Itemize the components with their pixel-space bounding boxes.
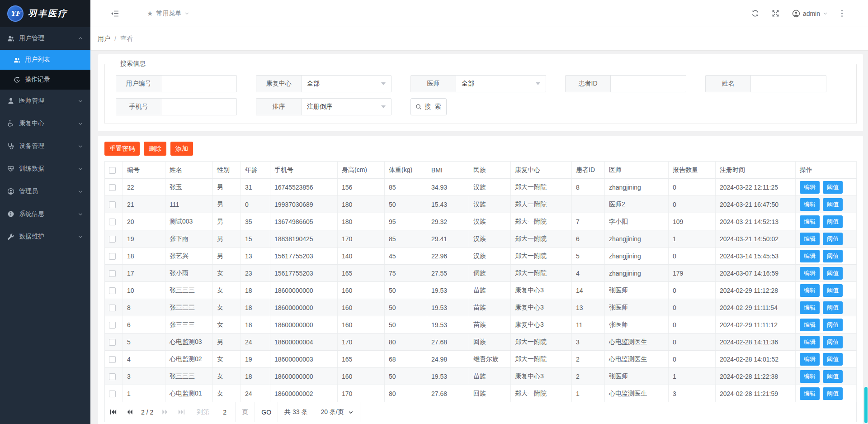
edit-button[interactable]: 编辑 [800, 181, 820, 194]
threshold-button[interactable]: 阈值 [823, 198, 843, 211]
edit-button[interactable]: 编辑 [800, 198, 820, 211]
cell-phone: 18600000003 [270, 351, 338, 368]
threshold-button[interactable]: 阈值 [823, 215, 843, 228]
row-checkbox[interactable] [109, 270, 116, 277]
threshold-button[interactable]: 阈值 [823, 284, 843, 297]
cell-doctor: zhangjining [605, 230, 669, 248]
page-size-select[interactable]: 20 条/页 [314, 402, 360, 422]
row-checkbox[interactable] [109, 305, 116, 311]
row-checkbox[interactable] [109, 391, 116, 397]
cell-report-count: 0 [669, 316, 716, 333]
fullscreen-icon[interactable] [772, 10, 779, 17]
edit-button[interactable]: 编辑 [800, 233, 820, 245]
edit-button[interactable]: 编辑 [800, 319, 820, 331]
threshold-button[interactable]: 阈值 [823, 301, 843, 314]
breadcrumb-section[interactable]: 用户 [98, 35, 110, 43]
go-button[interactable]: GO [255, 402, 278, 422]
select-arrow-icon [381, 105, 386, 108]
row-checkbox[interactable] [109, 287, 116, 294]
edit-button[interactable]: 编辑 [800, 215, 820, 228]
sidebar-item-user-list[interactable]: 用户列表 [0, 50, 90, 70]
row-checkbox[interactable] [109, 184, 116, 191]
row-checkbox[interactable] [109, 253, 116, 260]
refresh-icon[interactable] [751, 10, 759, 17]
sidebar-item-system-info[interactable]: 系统信息 [0, 203, 90, 225]
threshold-button[interactable]: 阈值 [823, 250, 843, 262]
sidebar-item-doctor-management[interactable]: 医师管理 [0, 90, 90, 112]
reset-password-button[interactable]: 重置密码 [104, 142, 140, 156]
threshold-button[interactable]: 阈值 [823, 319, 843, 331]
threshold-button[interactable]: 阈值 [823, 267, 843, 280]
sidebar-item-label: 训练数据 [19, 165, 44, 173]
search-button[interactable]: 搜 索 [410, 98, 447, 115]
cell-weight: 95 [385, 213, 427, 230]
edit-button[interactable]: 编辑 [800, 353, 820, 366]
row-checkbox[interactable] [109, 339, 116, 346]
cell-register-time: 2024-02-28 14:01:52 [716, 351, 796, 368]
threshold-button[interactable]: 阈值 [823, 387, 843, 400]
pagination: 2 / 2 到第 页 GO 共 33 条 20 条/页 [104, 402, 857, 422]
sidebar-item-label: 用户列表 [25, 56, 50, 64]
edit-button[interactable]: 编辑 [800, 250, 820, 262]
threshold-button[interactable]: 阈值 [823, 233, 843, 245]
scrollbar-thumb[interactable] [864, 387, 868, 423]
row-checkbox[interactable] [109, 201, 116, 208]
threshold-button[interactable]: 阈值 [823, 336, 843, 348]
sidebar-item-user-management[interactable]: 用户管理 [0, 27, 90, 50]
table-row: 18张艺兴男13156177552031404522.96汉族郑大一附院5zha… [105, 248, 857, 265]
row-checkbox[interactable] [109, 373, 116, 380]
cell-age: 18 [241, 299, 270, 316]
sidebar-item-administrator[interactable]: 管理员 [0, 180, 90, 203]
user-menu[interactable]: admin [792, 10, 828, 18]
cell-report-count: 1 [669, 230, 716, 248]
row-actions: 编辑阈值 [796, 299, 857, 316]
goto-page-input[interactable] [214, 402, 236, 422]
cell-age: 35 [241, 213, 270, 230]
edit-button[interactable]: 编辑 [800, 301, 820, 314]
row-checkbox[interactable] [109, 322, 116, 329]
user-id-input[interactable] [161, 76, 236, 92]
cell-ethnicity: 苗族 [469, 368, 511, 385]
sidebar-item-data-maintenance[interactable]: 数据维护 [0, 225, 90, 248]
cell-name: 心电监测03 [165, 333, 213, 351]
edit-button[interactable]: 编辑 [800, 387, 820, 400]
row-actions: 编辑阈值 [796, 316, 857, 333]
delete-button[interactable]: 删除 [144, 142, 166, 156]
patient-id-input[interactable] [611, 76, 686, 92]
favorites-menu[interactable]: ★ 常用菜单 [147, 10, 189, 18]
threshold-button[interactable]: 阈值 [823, 353, 843, 366]
row-checkbox[interactable] [109, 236, 116, 243]
sidebar-item-training-data[interactable]: 训练数据 [0, 157, 90, 180]
sidebar-collapse-button[interactable] [111, 10, 119, 17]
edit-button[interactable]: 编辑 [800, 336, 820, 348]
cell-phone: 16745523856 [270, 179, 338, 196]
edit-button[interactable]: 编辑 [800, 370, 820, 383]
edit-button[interactable]: 编辑 [800, 284, 820, 297]
threshold-button[interactable]: 阈值 [823, 370, 843, 383]
row-checkbox[interactable] [109, 356, 116, 363]
row-checkbox[interactable] [109, 219, 116, 225]
sidebar-item-rehab-center[interactable]: 康复中心 [0, 112, 90, 135]
edit-button[interactable]: 编辑 [800, 267, 820, 280]
phone-input[interactable] [161, 99, 236, 115]
threshold-button[interactable]: 阈值 [823, 181, 843, 194]
prev-page-icon[interactable] [121, 409, 137, 415]
last-page-icon[interactable] [173, 409, 189, 415]
sort-select[interactable]: 注册倒序 [302, 99, 391, 115]
next-page-icon[interactable] [157, 409, 173, 415]
sidebar-item-operation-log[interactable]: 操作记录 [0, 70, 90, 90]
kebab-menu-icon[interactable] [840, 9, 844, 18]
col-ethnicity: 民族 [469, 162, 511, 179]
user-id-field-group: 用户编号 [116, 75, 237, 92]
search-button-label: 搜 索 [425, 103, 442, 111]
heartbeat-icon [7, 165, 14, 172]
cell-doctor: 医师2 [605, 196, 669, 213]
sidebar-item-device-management[interactable]: 设备管理 [0, 135, 90, 157]
cell-register-time: 2024-02-29 11:12:28 [716, 282, 796, 299]
name-input[interactable] [751, 76, 826, 92]
add-button[interactable]: 添加 [170, 142, 193, 156]
first-page-icon[interactable] [105, 409, 121, 415]
select-all-checkbox[interactable] [109, 167, 116, 174]
doctor-select[interactable]: 全部 [456, 76, 546, 92]
rehab-center-select[interactable]: 全部 [302, 76, 391, 92]
